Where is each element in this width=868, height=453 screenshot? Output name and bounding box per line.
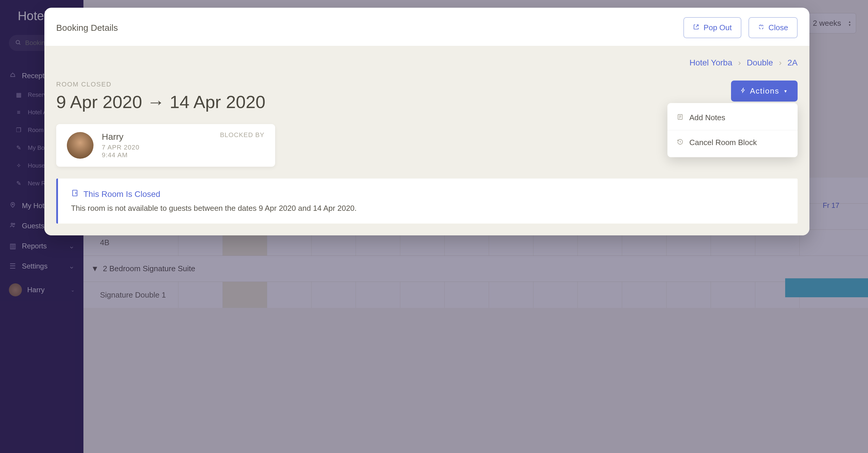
pop-out-button[interactable]: Pop Out: [683, 17, 741, 38]
avatar: [67, 132, 93, 159]
close-button[interactable]: Close: [748, 17, 798, 38]
blocked-by-date: 7 APR 2020: [102, 144, 140, 151]
breadcrumb: Hotel Yorba › Double › 2A: [56, 58, 798, 67]
blocked-by-card: BLOCKED BY Harry 7 APR 2020 9:44 AM: [56, 124, 275, 167]
blocked-by-name: Harry: [102, 132, 140, 142]
lightning-icon: [741, 86, 746, 96]
closed-heading: This Room Is Closed: [84, 190, 160, 199]
date-range: 9 Apr 2020 → 14 Apr 2020: [56, 92, 266, 112]
blocked-by-badge: BLOCKED BY: [220, 131, 265, 139]
modal-title: Booking Details: [56, 23, 118, 33]
breadcrumb-roomtype[interactable]: Double: [747, 58, 773, 67]
door-closed-icon: [71, 189, 79, 199]
blocked-by-time: 9:44 AM: [102, 151, 140, 159]
caret-down-icon: ▼: [783, 89, 788, 93]
closed-description: This room is not available to guests bet…: [71, 204, 784, 213]
status-label: ROOM CLOSED: [56, 81, 266, 88]
svg-point-13: [75, 193, 76, 193]
close-icon: [758, 23, 765, 32]
actions-label: Actions: [750, 86, 779, 96]
action-add-notes[interactable]: Add Notes: [668, 105, 798, 130]
actions-dropdown: Add Notes Cancel Room Block: [668, 103, 798, 157]
notes-icon: [677, 113, 683, 122]
svg-line-11: [680, 142, 681, 142]
pop-out-icon: [693, 23, 700, 32]
breadcrumb-hotel[interactable]: Hotel Yorba: [689, 58, 732, 67]
history-icon: [677, 138, 683, 147]
action-label: Cancel Room Block: [689, 138, 757, 147]
breadcrumb-room[interactable]: 2A: [787, 58, 798, 67]
action-cancel-block[interactable]: Cancel Room Block: [668, 130, 798, 155]
actions-button[interactable]: Actions ▼: [731, 81, 798, 102]
pop-out-label: Pop Out: [704, 23, 732, 32]
booking-details-modal: Booking Details Pop Out Close Hotel Yorb…: [44, 8, 809, 235]
action-label: Add Notes: [689, 113, 725, 122]
close-label: Close: [769, 23, 788, 32]
room-closed-panel: This Room Is Closed This room is not ava…: [56, 178, 798, 224]
